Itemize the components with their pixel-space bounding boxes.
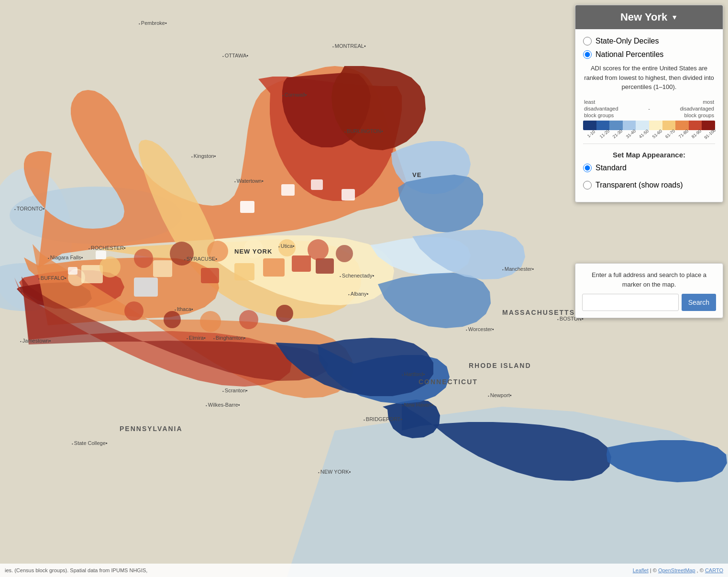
search-description: Enter a full address and search to place… <box>582 270 716 289</box>
svg-rect-11 <box>316 258 334 274</box>
svg-rect-26 <box>240 201 254 213</box>
footer-separator: | © <box>650 567 658 573</box>
divider <box>583 144 715 144</box>
standard-option[interactable]: Standard <box>583 164 715 172</box>
footer-sep2: , © <box>697 567 705 573</box>
panel-header: New York ▼ <box>575 5 723 29</box>
leaflet-link[interactable]: Leaflet <box>633 567 649 573</box>
svg-point-23 <box>200 311 221 332</box>
search-row: Search <box>582 294 716 311</box>
state-only-radio[interactable] <box>583 37 592 45</box>
svg-point-13 <box>99 256 121 277</box>
svg-rect-29 <box>342 189 355 200</box>
state-only-option[interactable]: State-Only Deciles <box>583 37 715 45</box>
legend-left-label: least disadvantaged block groups <box>584 99 627 119</box>
footer: ies. (Census block groups). Spatial data… <box>0 564 728 577</box>
carto-link[interactable]: CARTO <box>705 567 723 573</box>
search-panel: Enter a full address and search to place… <box>575 263 723 318</box>
national-radio[interactable] <box>583 50 592 59</box>
svg-rect-28 <box>311 179 323 190</box>
svg-rect-31 <box>68 267 77 275</box>
svg-rect-9 <box>263 258 285 277</box>
legend-tick-row: 1-1011-2021-3031-4041-5051-6061-7071-808… <box>583 132 715 137</box>
control-panel: New York ▼ State-Only Deciles National P… <box>575 5 723 202</box>
svg-rect-27 <box>281 184 295 196</box>
state-selector-arrow[interactable]: ▼ <box>671 13 678 21</box>
national-label: National Percentiles <box>596 50 663 59</box>
map-appearance-title: Set Map Appearance: <box>583 151 715 159</box>
state-title: New York <box>620 11 667 23</box>
svg-rect-7 <box>201 268 219 283</box>
search-button[interactable]: Search <box>682 294 716 311</box>
map-appearance-options: Standard Transparent (show roads) <box>583 164 715 194</box>
transparent-label: Transparent (show roads) <box>596 181 683 189</box>
svg-point-25 <box>276 305 293 322</box>
panel-body: State-Only Deciles National Percentiles … <box>575 29 723 202</box>
svg-point-20 <box>336 245 353 262</box>
svg-point-16 <box>207 241 228 262</box>
svg-point-24 <box>239 310 258 329</box>
footer-left-text: ies. (Census block groups). Spatial data… <box>5 567 147 573</box>
svg-rect-4 <box>153 260 172 277</box>
search-input[interactable] <box>582 294 679 311</box>
state-only-label: State-Only Deciles <box>596 37 659 45</box>
svg-point-19 <box>308 239 329 260</box>
svg-rect-5 <box>134 277 158 297</box>
svg-point-14 <box>134 249 153 268</box>
svg-point-22 <box>164 311 181 328</box>
national-option[interactable]: National Percentiles <box>583 50 715 59</box>
legend-right-label: most disadvantaged block groups <box>671 99 714 119</box>
svg-point-17 <box>244 239 263 258</box>
map-container: Pembroke•OTTAWA•MONTREAL•Cornwall•Kingst… <box>0 0 728 577</box>
adi-description: ADI scores for the entire United States … <box>583 64 715 92</box>
legend-labels: least disadvantaged block groups - most … <box>583 99 715 119</box>
svg-rect-30 <box>96 251 106 259</box>
osm-link[interactable]: OpenStreetMap <box>658 567 695 573</box>
svg-point-18 <box>278 239 296 256</box>
footer-attribution: Leaflet | © OpenStreetMap , © CARTO <box>633 567 723 573</box>
svg-rect-10 <box>292 255 311 272</box>
transparent-option[interactable]: Transparent (show roads) <box>583 181 715 189</box>
legend: least disadvantaged block groups - most … <box>583 99 715 137</box>
legend-dash: - <box>648 106 650 111</box>
svg-point-21 <box>124 301 143 321</box>
legend-color-bar <box>583 121 715 130</box>
transparent-radio[interactable] <box>583 181 592 189</box>
standard-radio[interactable] <box>583 164 592 172</box>
svg-rect-8 <box>234 263 254 280</box>
standard-label: Standard <box>596 164 627 172</box>
svg-point-15 <box>170 242 194 266</box>
